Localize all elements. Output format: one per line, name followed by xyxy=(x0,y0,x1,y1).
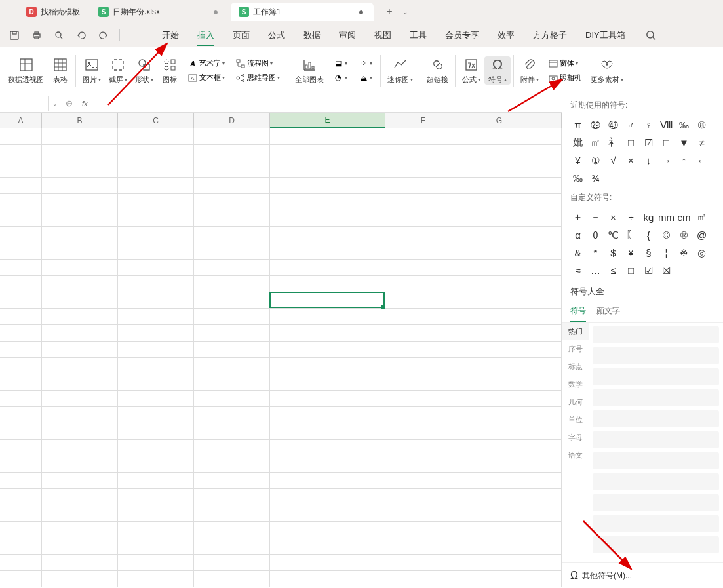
symbol-category-几何[interactable]: 几何 xyxy=(562,393,589,411)
cell[interactable] xyxy=(461,489,537,505)
tab-more-dropdown[interactable]: ⌄ xyxy=(400,7,410,17)
symbol-item[interactable]: … xyxy=(587,262,604,279)
symbol-item[interactable]: ㉙ xyxy=(587,116,604,134)
cell[interactable] xyxy=(118,571,194,587)
cell[interactable] xyxy=(270,456,385,473)
cell[interactable] xyxy=(118,440,194,456)
cell[interactable] xyxy=(461,243,537,260)
symbol-item[interactable]: ® xyxy=(675,226,693,244)
cell[interactable] xyxy=(270,243,385,260)
cell[interactable] xyxy=(270,391,385,407)
cell[interactable] xyxy=(42,391,118,407)
symbol-preview-row[interactable] xyxy=(593,452,719,469)
column-header-A[interactable]: A xyxy=(0,113,42,128)
cell[interactable] xyxy=(461,505,537,522)
cell[interactable] xyxy=(385,178,461,194)
cell[interactable] xyxy=(118,423,194,440)
cell[interactable] xyxy=(194,473,270,489)
symbol-item[interactable]: & xyxy=(569,244,587,262)
symbol-item[interactable]: cm xyxy=(675,208,693,226)
cell[interactable] xyxy=(461,522,537,538)
cell[interactable] xyxy=(194,342,270,358)
symbol-item[interactable]: mm xyxy=(657,208,675,226)
cell[interactable] xyxy=(118,407,194,423)
cell[interactable] xyxy=(385,309,461,325)
cell[interactable] xyxy=(385,194,461,210)
cell[interactable] xyxy=(385,210,461,227)
symbol-item[interactable]: ≈ xyxy=(569,262,587,279)
cell[interactable] xyxy=(461,309,537,325)
cell[interactable] xyxy=(0,161,42,178)
cell[interactable] xyxy=(118,325,194,342)
cell[interactable] xyxy=(118,505,194,522)
cell[interactable] xyxy=(0,194,42,210)
cell[interactable] xyxy=(0,145,42,161)
cell[interactable] xyxy=(194,374,270,391)
cell[interactable] xyxy=(42,456,118,473)
cell[interactable] xyxy=(270,342,385,358)
cell[interactable] xyxy=(385,374,461,391)
cell[interactable] xyxy=(0,128,42,145)
symbol-item[interactable]: □ xyxy=(622,134,640,151)
symbol-preview-row[interactable] xyxy=(593,410,719,427)
cell[interactable] xyxy=(194,505,270,522)
cell[interactable] xyxy=(461,194,537,210)
cell[interactable] xyxy=(0,440,42,456)
cell[interactable] xyxy=(42,555,118,571)
flowchart-button[interactable]: 流程图▾ xyxy=(233,57,283,70)
cell[interactable] xyxy=(42,210,118,227)
cell[interactable] xyxy=(270,309,385,325)
name-box[interactable] xyxy=(3,96,49,111)
symbol-preview-row[interactable] xyxy=(593,347,719,364)
cell[interactable] xyxy=(270,227,385,243)
cell[interactable] xyxy=(194,522,270,538)
print-icon[interactable] xyxy=(30,29,43,42)
cell[interactable] xyxy=(42,145,118,161)
cell[interactable] xyxy=(461,145,537,161)
symbol-preview-row[interactable] xyxy=(593,368,719,385)
symbol-preview-row[interactable] xyxy=(593,473,719,490)
cell[interactable] xyxy=(461,571,537,587)
symbol-item[interactable]: ㎡ xyxy=(587,134,604,151)
symbol-item[interactable]: @ xyxy=(693,226,711,244)
cell[interactable] xyxy=(118,178,194,194)
cell[interactable] xyxy=(194,243,270,260)
more-button[interactable]: 更多素材▾ xyxy=(587,56,627,85)
cell[interactable] xyxy=(385,145,461,161)
cell[interactable] xyxy=(0,325,42,342)
cell[interactable] xyxy=(194,440,270,456)
cell[interactable] xyxy=(270,292,385,309)
symbol-item[interactable]: ⑧ xyxy=(693,116,711,134)
symbol-item[interactable]: ↓ xyxy=(640,151,657,169)
cell[interactable] xyxy=(194,538,270,555)
cell[interactable] xyxy=(194,423,270,440)
cell[interactable] xyxy=(118,260,194,276)
chart-type-button[interactable]: ⬓▾ xyxy=(330,57,350,70)
symbol-item[interactable]: － xyxy=(587,208,604,226)
cell[interactable] xyxy=(461,260,537,276)
cell[interactable] xyxy=(0,276,42,292)
chevron-down-icon[interactable]: ⌄ xyxy=(49,100,62,107)
cell[interactable] xyxy=(42,342,118,358)
symbol-item[interactable]: § xyxy=(640,244,657,262)
symbol-item[interactable]: kg xyxy=(640,208,657,226)
cell[interactable] xyxy=(194,489,270,505)
cell[interactable] xyxy=(270,440,385,456)
cell[interactable] xyxy=(118,555,194,571)
cell[interactable] xyxy=(42,407,118,423)
cell[interactable] xyxy=(118,227,194,243)
symbol-item[interactable]: □ xyxy=(657,134,675,151)
menu-tab-公式[interactable]: 公式 xyxy=(268,26,285,45)
tab-workbook1[interactable]: S 工作簿1 ● xyxy=(231,3,374,21)
chart-type4-button[interactable]: ⛰▾ xyxy=(355,71,375,85)
cell[interactable] xyxy=(270,423,385,440)
menu-tab-效率[interactable]: 效率 xyxy=(498,26,515,45)
cell[interactable] xyxy=(118,276,194,292)
shape-button[interactable]: 形状▾ xyxy=(131,56,157,85)
cell[interactable] xyxy=(118,358,194,374)
cell[interactable] xyxy=(270,260,385,276)
symbol-item[interactable]: © xyxy=(657,226,675,244)
cell[interactable] xyxy=(0,538,42,555)
pivot-button[interactable]: 数据透视图 xyxy=(4,56,48,85)
cell[interactable] xyxy=(42,538,118,555)
